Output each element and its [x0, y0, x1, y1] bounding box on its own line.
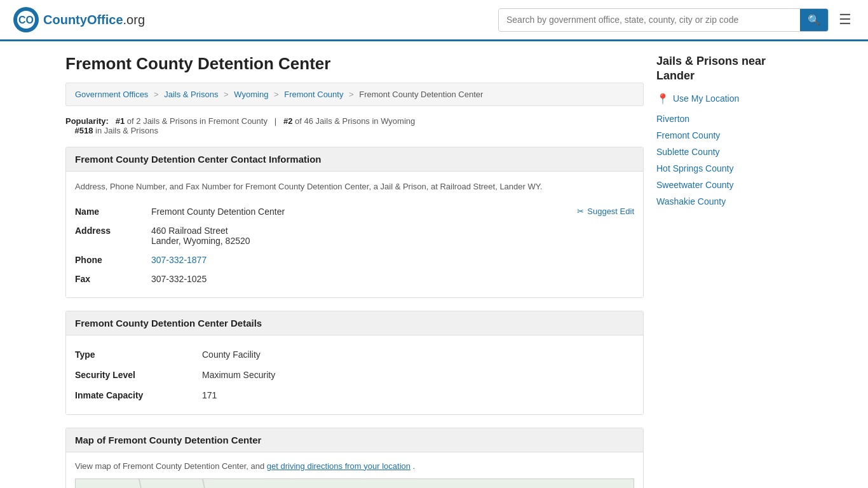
type-label: Type	[75, 344, 202, 365]
logo-text: CountyOffice.org	[43, 13, 145, 27]
map-section: Map of Fremont County Detention Center V…	[65, 428, 644, 489]
fax-label: Fax	[75, 269, 151, 288]
search-bar: 🔍	[498, 8, 829, 32]
name-label: Name	[75, 202, 151, 221]
sidebar-links-list: Riverton Fremont County Sublette County …	[656, 114, 803, 207]
menu-icon[interactable]: ☰	[835, 8, 855, 32]
details-section: Fremont County Detention Center Details …	[65, 311, 644, 415]
security-row: Security Level Maximum Security	[75, 365, 634, 385]
security-value: Maximum Security	[202, 365, 634, 385]
sidebar-link-washakie-county[interactable]: Washakie County	[656, 196, 726, 207]
list-item: Sweetwater County	[656, 180, 803, 190]
contact-info-table: Name Fremont County Detention Center ✂ S…	[75, 202, 634, 288]
svg-text:CO: CO	[18, 15, 34, 25]
fax-value: 307-332-1025	[151, 269, 634, 288]
rank2-suffix: of 46 Jails & Prisons in Wyoming	[295, 116, 415, 126]
header-right: 🔍 ☰	[498, 8, 855, 32]
sidebar-link-hot-springs-county[interactable]: Hot Springs County	[656, 163, 733, 173]
list-item: Riverton	[656, 114, 803, 124]
search-input[interactable]	[499, 10, 800, 30]
security-label: Security Level	[75, 365, 202, 385]
page-title: Fremont County Detention Center	[65, 54, 644, 74]
map-svg	[76, 479, 634, 489]
main-container: Fremont County Detention Center Governme…	[53, 41, 815, 488]
suggest-edit-button[interactable]: ✂ Suggest Edit	[577, 207, 634, 216]
sidebar: Jails & Prisons near Lander 📍 Use My Loc…	[656, 54, 803, 488]
type-row: Type County Facility	[75, 344, 634, 365]
list-item: Sublette County	[656, 147, 803, 157]
driving-directions-link[interactable]: get driving directions from your locatio…	[267, 461, 410, 471]
use-my-location-link[interactable]: Use My Location	[673, 93, 739, 104]
address-value: 460 Railroad Street Lander, Wyoming, 825…	[151, 221, 634, 250]
capacity-value: 171	[202, 385, 634, 405]
search-button[interactable]: 🔍	[800, 9, 828, 31]
suggest-edit-icon: ✂	[577, 207, 584, 216]
contact-section-header: Fremont County Detention Center Contact …	[66, 147, 643, 172]
address-label: Address	[75, 221, 151, 250]
breadcrumb: Government Offices > Jails & Prisons > W…	[65, 83, 644, 106]
contact-section: Fremont County Detention Center Contact …	[65, 147, 644, 298]
contact-section-body: Address, Phone Number, and Fax Number fo…	[66, 172, 643, 297]
name-row: Name Fremont County Detention Center ✂ S…	[75, 202, 634, 221]
contact-description: Address, Phone Number, and Fax Number fo…	[75, 180, 634, 193]
location-pin-icon: 📍	[656, 93, 669, 105]
list-item: Fremont County	[656, 130, 803, 140]
details-table: Type County Facility Security Level Maxi…	[75, 344, 634, 405]
sidebar-title: Jails & Prisons near Lander	[656, 54, 803, 84]
popularity-section: Popularity: #1 of 2 Jails & Prisons in F…	[65, 116, 644, 135]
map-placeholder	[75, 478, 634, 489]
sidebar-link-sweetwater-county[interactable]: Sweetwater County	[656, 180, 733, 190]
fax-row: Fax 307-332-1025	[75, 269, 634, 288]
logo-icon: CO	[13, 6, 39, 33]
name-value: Fremont County Detention Center ✂ Sugges…	[151, 202, 634, 221]
site-header: CO CountyOffice.org 🔍 ☰	[0, 0, 868, 41]
details-section-header: Fremont County Detention Center Details	[66, 311, 643, 336]
sidebar-link-fremont-county[interactable]: Fremont County	[656, 130, 720, 140]
breadcrumb-wyoming[interactable]: Wyoming	[234, 90, 268, 99]
phone-value: 307-332-1877	[151, 250, 634, 269]
type-value: County Facility	[202, 344, 634, 365]
phone-label: Phone	[75, 250, 151, 269]
rank2: #2	[283, 116, 292, 126]
list-item: Washakie County	[656, 196, 803, 207]
breadcrumb-current: Fremont County Detention Center	[359, 90, 483, 99]
breadcrumb-jails[interactable]: Jails & Prisons	[164, 90, 218, 99]
details-section-body: Type County Facility Security Level Maxi…	[66, 336, 643, 414]
content-area: Fremont County Detention Center Governme…	[65, 54, 644, 488]
logo-area: CO CountyOffice.org	[13, 6, 145, 33]
phone-link[interactable]: 307-332-1877	[151, 255, 207, 265]
phone-row: Phone 307-332-1877	[75, 250, 634, 269]
capacity-label: Inmate Capacity	[75, 385, 202, 405]
sidebar-link-riverton[interactable]: Riverton	[656, 114, 689, 124]
map-description: View map of Fremont County Detention Cen…	[75, 461, 634, 471]
address-row: Address 460 Railroad Street Lander, Wyom…	[75, 221, 634, 250]
rank1: #1	[116, 116, 125, 126]
use-my-location: 📍 Use My Location	[656, 93, 803, 105]
breadcrumb-fremont-county[interactable]: Fremont County	[284, 90, 343, 99]
rank3-suffix: in Jails & Prisons	[95, 126, 158, 135]
breadcrumb-gov-offices[interactable]: Government Offices	[75, 90, 148, 99]
svg-rect-3	[76, 479, 634, 489]
capacity-row: Inmate Capacity 171	[75, 385, 634, 405]
list-item: Hot Springs County	[656, 163, 803, 173]
map-section-body: View map of Fremont County Detention Cen…	[66, 452, 643, 489]
sidebar-link-sublette-county[interactable]: Sublette County	[656, 147, 720, 157]
rank3: #518	[74, 126, 93, 135]
popularity-label: Popularity:	[65, 116, 109, 126]
map-section-header: Map of Fremont County Detention Center	[66, 428, 643, 452]
rank1-suffix: of 2 Jails & Prisons in Fremont County	[127, 116, 268, 126]
